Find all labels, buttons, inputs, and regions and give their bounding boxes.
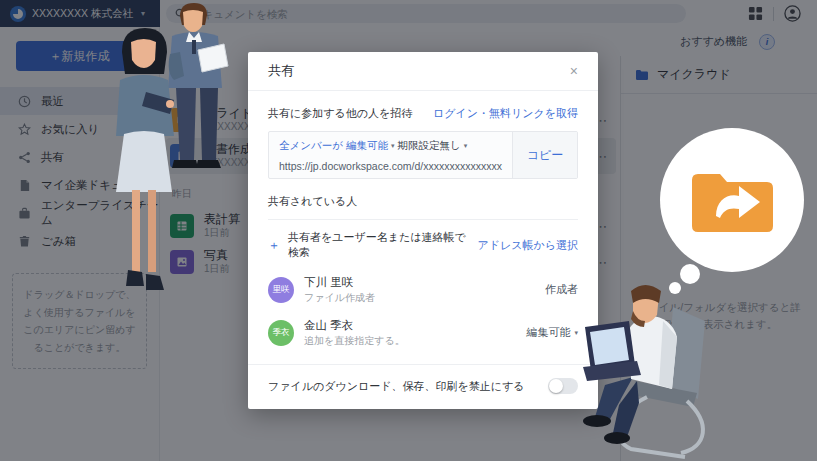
dialog-title: 共有 — [268, 62, 294, 80]
divider — [248, 90, 598, 91]
person-subtitle: ファイル作成者 — [304, 291, 375, 305]
invite-label: 共有に参加する他の人を招待 — [268, 106, 412, 121]
scope-label: 全メンバーが — [279, 139, 343, 153]
share-url: https://jp.docworkspace.com/d/xxxxxxxxxx… — [279, 160, 502, 172]
chevron-down-icon: ▾ — [574, 329, 578, 337]
avatar: 里咲 — [268, 277, 294, 303]
share-link-box: 全メンバーが 編集可能 ▾ 期限設定無し ▾ https://jp.docwor… — [268, 131, 578, 179]
person-name: 金山 季衣 — [304, 318, 405, 334]
person-permission-dropdown[interactable]: 編集可能 ▾ — [526, 325, 578, 340]
expiry-dropdown[interactable]: 期限設定無し — [398, 139, 461, 153]
permission-dropdown[interactable]: 編集可能 — [346, 139, 388, 153]
member-search-label: 共有者をユーザー名または連絡帳で検索 — [288, 230, 469, 260]
chevron-down-icon[interactable]: ▾ — [464, 142, 468, 150]
shared-people-header: 共有されている人 — [268, 194, 578, 209]
copy-link-button[interactable]: コピー — [512, 132, 577, 178]
restrict-toggle[interactable] — [548, 378, 578, 394]
app-window: XXXXXXXX 株式会社 ▾ ＋新規作成 最近 お気に入り 共有 — [0, 0, 817, 461]
address-book-button[interactable]: アドレス帳から選択 — [477, 238, 578, 253]
toggle-knob — [549, 379, 563, 393]
add-member-row[interactable]: ＋ 共有者をユーザー名または連絡帳で検索 アドレス帳から選択 — [268, 219, 578, 268]
person-name: 下川 里咲 — [304, 275, 375, 291]
avatar: 季衣 — [268, 320, 294, 346]
chevron-down-icon[interactable]: ▾ — [391, 142, 395, 150]
person-subtitle: 追加を直接指定する。 — [304, 334, 405, 348]
shared-person-row: 季衣 金山 季衣 追加を直接指定する。 編集可能 ▾ — [268, 311, 578, 354]
restrict-label: ファイルのダウンロード、保存、印刷を禁止にする — [268, 379, 525, 394]
plus-icon: ＋ — [268, 237, 280, 254]
get-free-link-button[interactable]: ログイン・無料リンクを取得 — [433, 106, 578, 121]
shared-person-row: 里咲 下川 里咲 ファイル作成者 作成者 — [268, 268, 578, 311]
close-icon[interactable]: × — [570, 64, 578, 78]
share-dialog: 共有 × 共有に参加する他の人を招待 ログイン・無料リンクを取得 全メンバーが … — [248, 52, 598, 409]
person-role: 作成者 — [545, 282, 578, 297]
